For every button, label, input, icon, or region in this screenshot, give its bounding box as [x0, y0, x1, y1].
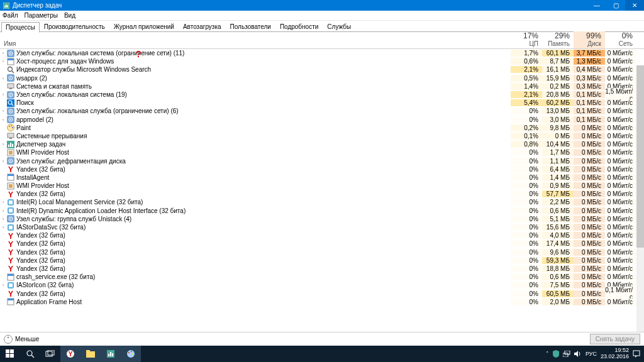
menu-options[interactable]: Параметры: [25, 12, 58, 19]
process-row[interactable]: Система и сжатая память1,4%0,2 МБ0,3 МБ/…: [0, 82, 644, 90]
menu-file[interactable]: Файл: [3, 12, 18, 19]
col-name[interactable]: Имя: [0, 40, 511, 48]
svg-rect-64: [8, 274, 14, 276]
network-cell: 0 Мбит/с: [605, 107, 636, 114]
minimize-button[interactable]: —: [587, 0, 606, 11]
col-disk[interactable]: ▾99%Диск: [574, 31, 605, 48]
tab-startup[interactable]: Автозагрузка: [179, 21, 226, 32]
process-row[interactable]: ›appmodel (2)0%3,0 МБ0,1 МБ/с0 Мбит/с: [0, 116, 644, 124]
svg-point-30: [11, 125, 12, 126]
expand-icon[interactable]: ›: [0, 282, 6, 288]
tray-notifications-icon[interactable]: [633, 350, 640, 358]
tab-apphistory[interactable]: Журнал приложений: [109, 21, 179, 32]
col-cpu[interactable]: 17%ЦП: [511, 31, 542, 48]
process-row[interactable]: crash_service.exe (32 бита)0%0,6 МБ0 МБ/…: [0, 273, 644, 281]
expand-icon[interactable]: ›: [0, 224, 6, 230]
close-button[interactable]: ✕: [625, 0, 644, 11]
cpu-cell: 0%: [511, 249, 542, 256]
expand-icon[interactable]: ›: [0, 75, 6, 81]
taskbar-taskmgr[interactable]: [101, 346, 121, 362]
scrollbar-thumb[interactable]: [636, 65, 644, 248]
menu-view[interactable]: Вид: [64, 12, 75, 19]
end-task-button[interactable]: Снять задачу: [590, 334, 640, 344]
taskview-icon[interactable]: [40, 346, 60, 362]
process-row[interactable]: Системные прерывания0,1%0 МБ0 МБ/с0 Мбит…: [0, 132, 644, 140]
process-row[interactable]: YYandex (32 бита)0%18,8 МБ0 МБ/с0 Мбит/с: [0, 265, 644, 273]
start-button[interactable]: [0, 346, 20, 362]
process-row[interactable]: WMI Provider Host0%1,7 МБ0 МБ/с0 Мбит/с: [0, 148, 644, 156]
expand-icon[interactable]: ›: [0, 216, 6, 222]
taskbar-yandex[interactable]: Y: [60, 346, 80, 362]
process-list[interactable]: ›Узел службы: локальная система (огранич…: [0, 49, 644, 332]
process-row[interactable]: YYandex (32 бита)0%9,6 МБ0 МБ/с0 Мбит/с: [0, 248, 644, 256]
process-icon: [6, 149, 15, 156]
expand-icon[interactable]: ›: [0, 117, 6, 123]
svg-text:Y: Y: [69, 351, 73, 358]
process-row[interactable]: ›IAStorDataSvc (32 бита)0%15,6 МБ0 МБ/с0…: [0, 223, 644, 231]
tab-performance[interactable]: Производительность: [40, 21, 109, 32]
tab-services[interactable]: Службы: [323, 21, 355, 32]
process-row[interactable]: ›wsappx (2)0,5%15,9 МБ0,3 МБ/с0 Мбит/с: [0, 74, 644, 82]
process-row[interactable]: YYandex (32 бита)0%6,4 МБ0 МБ/с0 Мбит/с: [0, 165, 644, 173]
expand-icon[interactable]: ›: [0, 50, 6, 56]
process-row[interactable]: ›Узел службы: локальная система (огранич…: [0, 49, 644, 57]
process-row[interactable]: ›Intel(R) Dynamic Application Loader Hos…: [0, 207, 644, 215]
tab-details[interactable]: Подробности: [275, 21, 323, 32]
fewer-details-label[interactable]: Меньше: [15, 336, 39, 343]
process-row[interactable]: Индексатор службы Microsoft Windows Sear…: [0, 65, 644, 74]
expand-icon[interactable]: ›: [0, 141, 6, 147]
process-name: WMI Provider Host: [16, 149, 511, 156]
network-cell: 0 Мбит/с: [605, 207, 636, 214]
process-row[interactable]: YYandex (32 бита)0%59,3 МБ0 МБ/с0 Мбит/с: [0, 256, 644, 265]
taskbar-explorer[interactable]: [80, 346, 101, 362]
expand-icon[interactable]: ›: [0, 58, 6, 64]
tab-users[interactable]: Пользователи: [226, 21, 275, 32]
process-row[interactable]: ›IAStorIcon (32 бита)0%7,5 МБ0 МБ/с0 Мби…: [0, 281, 644, 289]
expand-icon[interactable]: ›: [0, 158, 6, 164]
fewer-details-icon[interactable]: ˄: [4, 335, 13, 344]
memory-cell: 2,2 МБ: [542, 199, 574, 206]
tray-shield-icon[interactable]: [553, 350, 559, 358]
tray-expand-icon[interactable]: ˄: [546, 351, 549, 357]
tab-processes[interactable]: Процессы: [1, 22, 40, 33]
expand-icon[interactable]: ›: [0, 199, 6, 205]
cpu-cell: 0%: [511, 174, 542, 181]
disk-cell: 0 МБ/с: [574, 224, 605, 231]
search-icon[interactable]: [20, 346, 40, 362]
tray-language[interactable]: РУС: [586, 351, 597, 357]
tray-network-icon[interactable]: [563, 351, 570, 357]
process-name: Узел службы: локальная служба (ограничен…: [16, 107, 511, 114]
process-row[interactable]: ›Узел службы: группа служб Unistack (4)0…: [0, 215, 644, 223]
taskbar-paint[interactable]: [121, 346, 141, 362]
network-cell: 0 Мбит/с: [605, 99, 636, 106]
process-row[interactable]: YYandex (32 бита)0%57,7 МБ0 МБ/с0 Мбит/с: [0, 190, 644, 198]
expand-icon[interactable]: ›: [0, 108, 6, 114]
memory-cell: 5,1 МБ: [542, 216, 574, 222]
scrollbar[interactable]: [636, 65, 644, 332]
process-row[interactable]: ›Узел службы: локальная система (19)2,1%…: [0, 90, 644, 99]
process-row[interactable]: YYandex (32 бита)0%60,5 МБ0 МБ/с0,1 Мбит…: [0, 289, 644, 297]
process-row[interactable]: InstallAgent0%1,4 МБ0 МБ/с0 Мбит/с: [0, 173, 644, 182]
process-row[interactable]: Поиск5,4%60,2 МБ0,1 МБ/с0 Мбит/с: [0, 99, 644, 107]
process-row[interactable]: ›Intel(R) Local Management Service (32 б…: [0, 198, 644, 206]
process-row[interactable]: ›Узел службы: дефрагментация диска0%1,1 …: [0, 156, 644, 165]
process-row[interactable]: Paint0,2%9,8 МБ0 МБ/с0 Мбит/с: [0, 124, 644, 132]
maximize-button[interactable]: ▢: [606, 0, 625, 11]
tray-volume-icon[interactable]: [574, 351, 582, 357]
process-row[interactable]: ›Диспетчер задач0,8%10,4 МБ0 МБ/с0 Мбит/…: [0, 140, 644, 148]
col-memory[interactable]: 29%Память: [542, 31, 574, 48]
process-row[interactable]: ›Узел службы: локальная служба (ограниче…: [0, 107, 644, 115]
col-network[interactable]: 0%Сеть: [605, 31, 636, 48]
process-row[interactable]: ›Хост-процесс для задач Windows0,6%8,7 М…: [0, 57, 644, 65]
tray-clock[interactable]: 19:5223.02.2016: [601, 348, 629, 360]
process-row[interactable]: Application Frame Host0%2,0 МБ0 МБ/с0 Мб…: [0, 298, 644, 306]
process-row[interactable]: WMI Provider Host0%0,9 МБ0 МБ/с0 Мбит/с: [0, 182, 644, 190]
expand-icon[interactable]: ›: [0, 92, 6, 97]
expand-icon[interactable]: ›: [0, 208, 6, 214]
disk-cell: 0 МБ/с: [574, 190, 605, 197]
memory-cell: 1,7 МБ: [542, 149, 574, 156]
process-row[interactable]: YYandex (32 бита)0%4,0 МБ0 МБ/с0 Мбит/с: [0, 231, 644, 239]
process-row[interactable]: YYandex (32 бита)0%17,4 МБ0 МБ/с0 Мбит/с: [0, 239, 644, 248]
memory-cell: 18,8 МБ: [542, 265, 574, 272]
svg-rect-3: [7, 5, 8, 8]
